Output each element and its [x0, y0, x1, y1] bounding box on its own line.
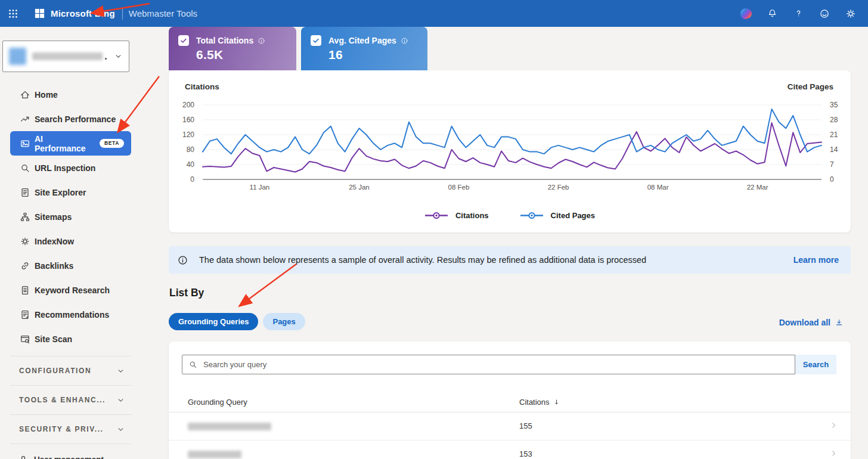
home-icon [20, 89, 30, 100]
svg-text:22 Feb: 22 Feb [548, 184, 569, 191]
help-button[interactable] [789, 5, 807, 23]
sidebar-item-search-performance[interactable]: Search Performance [10, 107, 131, 131]
pill-pages[interactable]: Pages [263, 313, 305, 330]
sidebar-item-label: URL Inspection [35, 163, 95, 173]
sidebar-item-user-management[interactable]: User management [10, 447, 131, 459]
notifications-button[interactable] [763, 5, 781, 23]
waffle-menu-button[interactable] [3, 4, 23, 24]
sidebar-item-url-inspection[interactable]: URL Inspection [10, 156, 131, 180]
legend-marker [520, 212, 544, 219]
svg-text:200: 200 [182, 101, 194, 109]
metric-value: 6.5K [196, 48, 296, 62]
list-by-pills: Grounding QueriesPages [169, 313, 305, 330]
site-selector[interactable] [2, 41, 129, 72]
copilot-button[interactable] [737, 5, 755, 23]
section-configuration[interactable]: CONFIGURATION [10, 356, 131, 385]
legend-item-cited-pages[interactable]: Cited Pages [520, 211, 595, 220]
chevron-down-icon [114, 52, 123, 61]
bell-icon [767, 8, 777, 18]
site-favicon-redacted [9, 48, 26, 65]
link-icon [20, 260, 30, 271]
info-icon[interactable] [401, 37, 408, 45]
sidebar-item-label: Sitemaps [35, 212, 72, 222]
doc-edit-icon [20, 309, 30, 320]
metric-card-total-citations[interactable]: Total Citations 6.5K [169, 27, 296, 70]
chevron-right-icon[interactable] [830, 421, 838, 429]
doc-list-icon [20, 187, 30, 198]
banner-text: The data shown below represents a sample… [199, 255, 646, 265]
sidebar-item-site-scan[interactable]: Site Scan [10, 327, 131, 351]
list-by-heading: List By [169, 287, 204, 299]
settings-button[interactable] [842, 5, 860, 23]
sidebar-item-label: Site Scan [35, 334, 72, 344]
search-button[interactable]: Search [795, 355, 836, 374]
sidebar-item-indexnow[interactable]: IndexNow [10, 229, 131, 253]
metric-checkbox[interactable] [311, 35, 321, 46]
learn-more-link[interactable]: Learn more [793, 255, 839, 265]
sidebar-item-ai-performance[interactable]: AI PerformanceBETA [10, 131, 131, 156]
sidebar-item-label: Backlinks [35, 261, 73, 271]
info-icon[interactable] [258, 37, 265, 45]
download-all-label: Download all [779, 318, 830, 327]
svg-text:28: 28 [830, 116, 838, 124]
svg-text:40: 40 [187, 160, 195, 169]
table-body: 155 153 [169, 413, 851, 459]
query-redacted [188, 423, 271, 430]
sitemap-icon [20, 212, 30, 222]
left-axis-title: Citations [185, 82, 219, 91]
trend-icon [20, 114, 30, 125]
search-input[interactable] [202, 359, 795, 370]
chevron-down-icon [116, 396, 125, 405]
sidebar-item-label: Keyword Research [35, 286, 110, 295]
metric-label: Avg. Cited Pages [328, 36, 408, 45]
sidebar-item-sitemaps[interactable]: Sitemaps [10, 204, 131, 229]
person-icon [18, 454, 29, 459]
chevron-right-icon[interactable] [830, 449, 838, 457]
download-all-button[interactable]: Download all [779, 318, 844, 327]
section-security-priv-[interactable]: SECURITY & PRIV... [10, 415, 131, 444]
sidebar-item-site-explorer[interactable]: Site Explorer [10, 180, 131, 204]
metric-card-avg-cited-pages[interactable]: Avg. Cited Pages 16 [301, 27, 427, 70]
scan-icon [20, 334, 30, 345]
search-box [182, 355, 795, 374]
legend-item-citations[interactable]: Citations [424, 211, 489, 220]
beta-badge: BETA [100, 139, 124, 148]
svg-text:11 Jan: 11 Jan [250, 184, 270, 191]
gear-icon [845, 8, 856, 19]
svg-text:0: 0 [830, 175, 834, 184]
svg-text:120: 120 [182, 131, 194, 139]
table-row[interactable]: 153 [169, 441, 851, 459]
brand-name: Microsoft Bing [51, 8, 115, 18]
results-panel: Search Grounding Query Citations 155 153 [169, 342, 851, 459]
divider [10, 444, 131, 444]
svg-text:80: 80 [187, 145, 195, 154]
sidebar-item-backlinks[interactable]: Backlinks [10, 253, 131, 278]
svg-text:7: 7 [830, 160, 834, 169]
table-row[interactable]: 155 [169, 413, 851, 441]
feedback-button[interactable] [816, 5, 833, 23]
sidebar-item-keyword-research[interactable]: Keyword Research [10, 278, 131, 302]
sidebar-item-recommendations[interactable]: Recommendations [10, 302, 131, 327]
sidebar-item-label: Search Performance [35, 114, 116, 124]
sidebar-item-label: Home [35, 90, 58, 100]
svg-text:21: 21 [830, 131, 838, 139]
svg-text:0: 0 [190, 175, 194, 184]
sidebar-item-home[interactable]: Home [10, 82, 131, 107]
copilot-icon [740, 8, 752, 19]
section-tools-enhanc-[interactable]: TOOLS & ENHANC... [10, 386, 131, 414]
header-actions [737, 5, 860, 23]
metric-tab-cards: Total Citations 6.5K Avg. Cited Pages 16 [169, 27, 427, 70]
metric-value: 16 [328, 48, 427, 62]
chart-legend: Citations Cited Pages [169, 211, 851, 220]
pill-grounding-queries[interactable]: Grounding Queries [169, 313, 258, 330]
metric-checkbox[interactable] [178, 35, 189, 46]
chevron-down-icon [116, 425, 125, 434]
download-icon [835, 318, 844, 327]
column-citations[interactable]: Citations [519, 398, 560, 407]
svg-text:160: 160 [182, 116, 194, 124]
search-icon [188, 360, 197, 369]
svg-text:25 Jan: 25 Jan [349, 184, 370, 191]
microsoft-logo [34, 8, 45, 19]
citations-value: 155 [519, 421, 532, 430]
info-icon [177, 255, 188, 266]
